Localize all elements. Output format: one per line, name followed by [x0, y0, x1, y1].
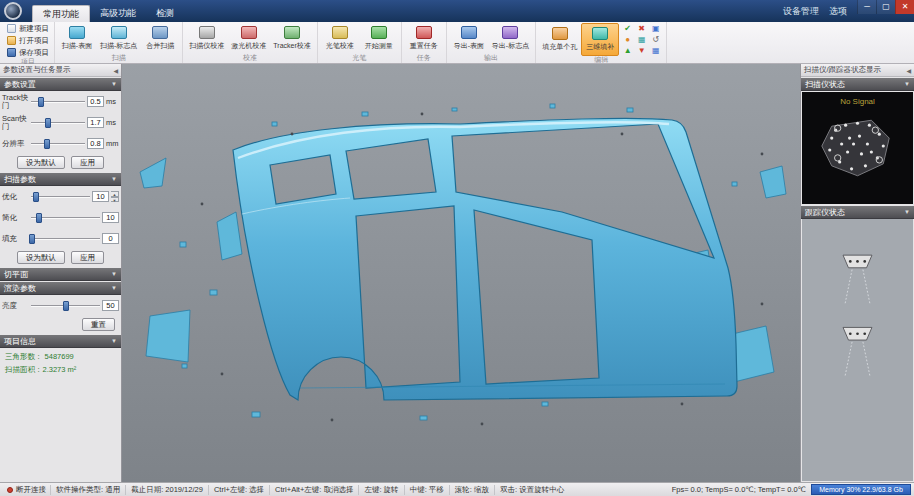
pen-calibration-button[interactable]: 光笔校准 [321, 23, 359, 54]
track-shutter-value[interactable]: 0.5 [87, 96, 104, 107]
minimize-icon[interactable]: ─ [857, 0, 876, 14]
ribbon-group-project: 新建项目 打开项目 保存项目 项目 [2, 22, 55, 63]
main-area: 参数设置与任务显示 ◀ 参数设置 ▼ Track快门 0.5 ms Scan快门… [0, 64, 914, 482]
merge-scans-button[interactable]: 合并扫描 [141, 23, 179, 54]
mesh-fill-icon [592, 27, 608, 40]
rect-select-icon[interactable]: ▣ [649, 23, 662, 34]
crop-icon[interactable]: ▦ [649, 45, 662, 56]
panel-collapse-icon[interactable]: ◀ [906, 67, 911, 74]
scan-shutter-row: Scan快门 1.7 ms [0, 112, 121, 133]
scanner-status-view: No Signal [802, 92, 913, 204]
tab-common-functions[interactable]: 常用功能 [32, 5, 90, 22]
ribbon-group-task: 重置任务 任务 [402, 22, 447, 63]
accept-selection-icon[interactable]: ✔ [621, 23, 634, 34]
merge-scans-icon [152, 26, 168, 39]
close-icon[interactable]: ✕ [895, 0, 914, 14]
reset-task-button[interactable]: 重置任务 [405, 23, 443, 54]
mesh-fill-button[interactable]: 三维填补 [581, 23, 619, 56]
connection-status-icon [7, 487, 13, 493]
scanner-calibration-button[interactable]: 扫描仪校准 [186, 23, 227, 54]
fill-slider[interactable] [31, 233, 100, 245]
fps-temperature-readout: Fps= 0.0; TempS= 0.0℃; TempT= 0.0℃ [667, 485, 811, 494]
scan-area: 扫描面积：2.3273 m² [5, 364, 116, 377]
section-header-param-settings[interactable]: 参数设置 ▼ [0, 78, 121, 91]
status-item: Ctrl+左键: 选择 [208, 485, 269, 495]
group-label-pen: 光笔 [321, 54, 398, 63]
car-body-scan-render [122, 64, 800, 482]
scan-shutter-value[interactable]: 1.7 [87, 117, 104, 128]
new-project-button[interactable]: 新建项目 [5, 23, 51, 34]
resolution-value[interactable]: 0.8 [87, 138, 104, 149]
scan-shutter-slider[interactable] [31, 117, 85, 129]
tab-inspection[interactable]: 检测 [146, 5, 184, 22]
project-info: 三角形数： 5487699 扫描面积：2.3273 m² [0, 348, 121, 380]
ribbon-group-pen: 光笔校准 开始测量 光笔 [318, 22, 402, 63]
section-header-scanner-status[interactable]: 扫描仪状态 ▼ [801, 78, 914, 91]
start-measure-icon [371, 26, 387, 39]
viewport-3d[interactable] [122, 64, 800, 482]
track-shutter-slider[interactable] [31, 96, 85, 108]
scan-surface-button[interactable]: 扫描-表面 [58, 23, 96, 54]
resolution-row: 分辨率 0.8 mm [0, 133, 121, 154]
flip-normal-icon[interactable]: ▲ [621, 45, 634, 56]
edit-tools-grid: ✔ ✖ ▣ ● ▦ ↺ ▲ ▼ ▦ [620, 23, 663, 56]
fill-single-hole-button[interactable]: 填充单个孔 [539, 23, 580, 56]
scan-apply-button[interactable]: 应用 [71, 251, 104, 264]
resolution-slider[interactable] [31, 138, 85, 150]
section-header-project-info[interactable]: 项目信息 ▼ [0, 335, 121, 348]
section-header-render-params[interactable]: 渲染参数 ▼ [0, 282, 121, 295]
section-header-tracker-status[interactable]: 跟踪仪状态 ▼ [801, 206, 914, 219]
device-status-panel-title: 扫描仪/跟踪器状态显示 ◀ [801, 64, 914, 77]
collapse-icon: ▼ [111, 271, 117, 277]
scanner-calibration-icon [199, 26, 215, 39]
ribbon-group-edit: 填充单个孔 三维填补 ✔ ✖ ▣ ● ▦ ↺ ▲ ▼ ▦ 编辑 [536, 22, 667, 63]
status-item: Ctrl+Alt+左键: 取消选择 [269, 485, 358, 495]
status-item: 滚轮: 缩放 [449, 485, 494, 495]
tab-advanced-functions[interactable]: 高级功能 [90, 5, 146, 22]
save-project-button[interactable]: 保存项目 [5, 47, 51, 58]
render-reset-button[interactable]: 重置 [82, 318, 115, 331]
mesh-view-icon[interactable]: ▦ [635, 34, 648, 45]
simplify-value[interactable]: 10 [102, 212, 119, 223]
scanner-device-icon [802, 92, 913, 204]
optimize-value[interactable]: 10 [92, 191, 109, 202]
ribbon-tabs: 常用功能 高级功能 检测 [32, 5, 184, 22]
export-markers-button[interactable]: 导出-标志点 [489, 23, 532, 54]
undo-icon[interactable]: ↺ [649, 34, 662, 45]
laser-calibration-button[interactable]: 激光机校准 [228, 23, 269, 54]
tracker-device-icons [802, 219, 913, 481]
scan-markers-button[interactable]: 扫描-标志点 [97, 23, 140, 54]
section-header-scan-params[interactable]: 扫描参数 ▼ [0, 173, 121, 186]
brightness-slider[interactable] [31, 300, 100, 312]
group-label-edit: 编辑 [539, 56, 663, 64]
section-header-cut-plane[interactable]: 切平面 ▼ [0, 268, 121, 281]
app-logo-icon[interactable] [4, 2, 22, 20]
status-item: 截止日期: 2019/12/29 [125, 485, 208, 495]
optimize-slider[interactable] [31, 191, 90, 203]
simplify-slider[interactable] [31, 212, 100, 224]
scan-set-default-button[interactable]: 设为默认 [17, 251, 65, 264]
delete-selection-icon[interactable]: ✖ [635, 23, 648, 34]
export-surface-button[interactable]: 导出-表面 [450, 23, 488, 54]
hide-selection-icon[interactable]: ▼ [635, 45, 648, 56]
start-measure-button[interactable]: 开始测量 [360, 23, 398, 54]
menu-options[interactable]: 选项 [829, 5, 847, 18]
status-hints: 软件操作类型: 通用 截止日期: 2019/12/29 Ctrl+左键: 选择 … [50, 485, 667, 495]
parameter-panel: 参数设置与任务显示 ◀ 参数设置 ▼ Track快门 0.5 ms Scan快门… [0, 64, 122, 482]
optimize-spinner[interactable]: ▲▼ [111, 191, 119, 202]
scan-surface-icon [69, 26, 85, 39]
status-item: 中键: 平移 [404, 485, 449, 495]
param-set-default-button[interactable]: 设为默认 [17, 156, 65, 169]
panel-collapse-icon[interactable]: ◀ [113, 67, 118, 74]
parameter-panel-title: 参数设置与任务显示 ◀ [0, 64, 121, 77]
open-project-button[interactable]: 打开项目 [5, 35, 51, 46]
brightness-value[interactable]: 50 [102, 300, 119, 311]
menu-device-management[interactable]: 设备管理 [783, 5, 819, 18]
param-apply-button[interactable]: 应用 [71, 156, 104, 169]
lasso-select-icon[interactable]: ● [621, 34, 634, 45]
status-item: 左键: 旋转 [358, 485, 403, 495]
tracker-calibration-button[interactable]: Tracker校准 [270, 23, 313, 54]
reset-task-icon [416, 26, 432, 39]
maximize-icon[interactable]: ▢ [876, 0, 895, 14]
fill-value[interactable]: 0 [102, 233, 119, 244]
